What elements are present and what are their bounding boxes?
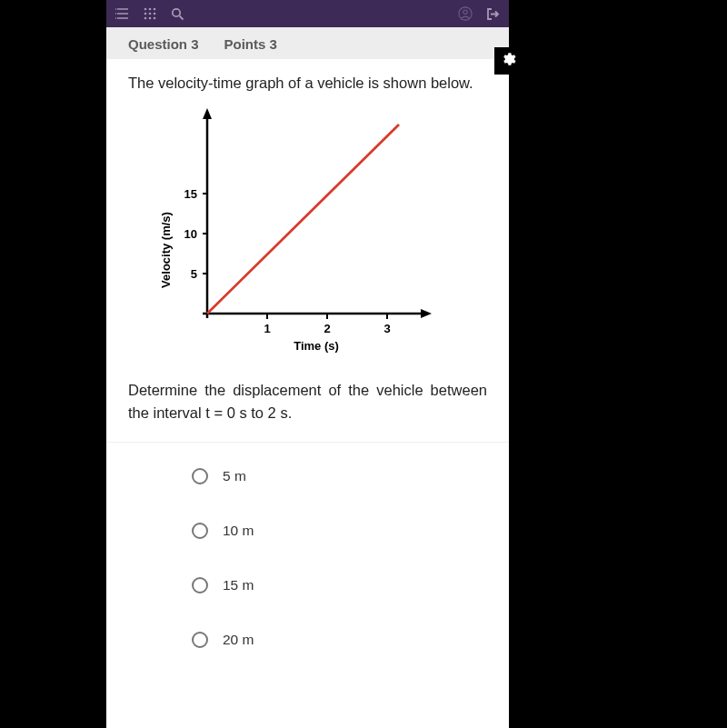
question-number: Question 3 [128, 36, 199, 52]
svg-point-18 [463, 10, 467, 14]
svg-point-5 [115, 17, 116, 19]
question-text-after: Determine the displacement of the vehicl… [128, 379, 487, 425]
gear-icon [500, 51, 516, 71]
radio-icon [192, 632, 208, 648]
grid-icon[interactable] [143, 6, 157, 21]
option-label: 10 m [223, 523, 254, 539]
settings-button[interactable] [494, 47, 522, 75]
option-label: 5 m [223, 468, 246, 484]
x-tick-2: 2 [324, 322, 330, 335]
svg-point-6 [144, 8, 147, 11]
svg-marker-20 [203, 108, 212, 119]
svg-point-14 [154, 17, 156, 20]
svg-point-15 [172, 8, 179, 15]
svg-point-4 [115, 13, 116, 15]
svg-point-10 [149, 13, 152, 15]
option-label: 20 m [223, 632, 254, 648]
search-icon[interactable] [170, 6, 184, 21]
svg-point-9 [144, 13, 147, 15]
x-tick-3: 3 [383, 322, 390, 335]
option-d[interactable]: 20 m [192, 632, 487, 648]
option-c[interactable]: 15 m [192, 577, 487, 593]
user-icon[interactable] [458, 6, 473, 21]
y-tick-15: 15 [184, 187, 197, 201]
radio-icon [192, 577, 208, 593]
velocity-time-chart: 5 10 15 1 2 3 Time (s) Velocity (m/s) [157, 105, 487, 372]
list-icon[interactable] [115, 6, 130, 21]
y-axis-label: Velocity (m/s) [159, 212, 173, 288]
x-tick-1: 1 [264, 322, 270, 335]
option-b[interactable]: 10 m [192, 523, 487, 539]
svg-point-11 [154, 13, 156, 15]
chart-series-line [207, 125, 399, 314]
answer-options: 5 m 10 m 15 m 20 m [128, 443, 487, 648]
question-header: Question 3 Points 3 [106, 27, 509, 59]
svg-marker-22 [421, 309, 432, 318]
svg-point-7 [149, 8, 152, 11]
radio-icon [192, 523, 208, 539]
radio-icon [192, 468, 208, 484]
top-toolbar [106, 0, 509, 27]
svg-point-13 [149, 17, 152, 20]
app-frame: Question 3 Points 3 The velocity-time gr… [106, 0, 509, 728]
svg-line-16 [179, 15, 183, 19]
svg-point-12 [144, 17, 147, 20]
question-points: Points 3 [224, 36, 277, 52]
question-text-before: The velocity-time graph of a vehicle is … [128, 72, 487, 95]
svg-point-3 [115, 8, 116, 10]
option-a[interactable]: 5 m [192, 468, 487, 484]
y-tick-5: 5 [191, 267, 197, 281]
option-label: 15 m [223, 577, 254, 593]
svg-point-8 [154, 8, 156, 11]
question-content: The velocity-time graph of a vehicle is … [106, 59, 509, 648]
y-tick-10: 10 [184, 227, 197, 241]
exit-icon[interactable] [485, 6, 500, 21]
x-axis-label: Time (s) [294, 339, 339, 353]
